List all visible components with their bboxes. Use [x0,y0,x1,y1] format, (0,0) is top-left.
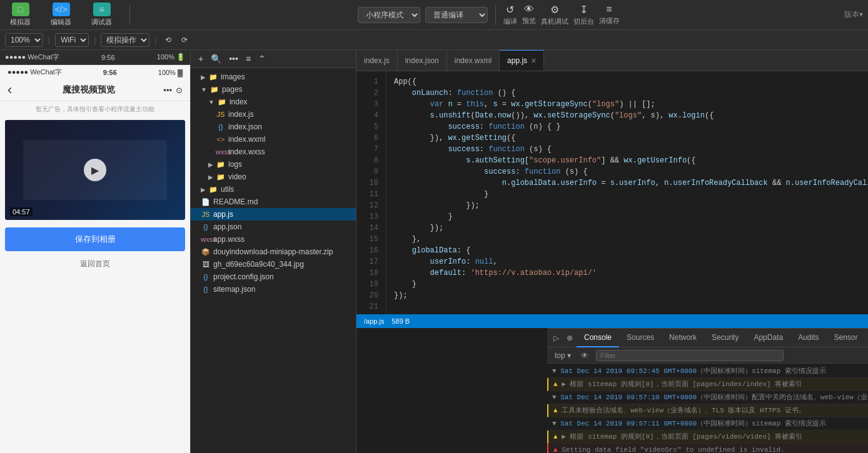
operation-select[interactable]: 模拟操作 [101,33,149,47]
code-editor[interactable]: App({ onLaunch: function () { var n = th… [386,71,868,314]
sensor-tab[interactable]: Sensor [827,329,865,347]
file-name: app.wxss [213,235,245,244]
file-item-images[interactable]: ▶ 📁 images [191,71,356,83]
file-item-utils[interactable]: ▶ 📁 utils [191,183,356,196]
tab-index-js[interactable]: index.js [356,50,398,71]
rotate-left-button[interactable]: ⟲ [161,33,175,47]
file-item-index-js[interactable]: JS index.js [191,108,356,121]
real-debug-button[interactable]: ⚙ 真机调试 [541,4,568,26]
nav-more-icon[interactable]: ••• [163,86,172,95]
storage-tab[interactable]: Storage [865,329,868,347]
simulator-button[interactable]: □ 模拟器 [5,0,36,29]
save-to-album-button[interactable]: 保存到相册 [5,227,185,251]
tab-index-wxml[interactable]: index.wxml [447,50,500,71]
clear-cache-icon: ≡ [606,4,612,15]
editor-tabs: index.js index.json index.wxml app.js × [356,50,868,71]
search-button[interactable]: 🔍 [208,52,224,65]
file-item-pages[interactable]: ▼ 📁 pages [191,83,356,96]
console-entry: ▼ Sat Dec 14 2019 09:57:10 GMT+0800（中国标准… [547,391,868,404]
clear-cache-button[interactable]: ≡ 清缓存 [599,4,620,26]
more-options-button[interactable]: ••• [226,52,241,65]
sep2: | [94,36,96,44]
appdata-tab[interactable]: AppData [746,329,790,347]
background-button[interactable]: ↧ 切后台 [573,4,594,26]
folder-icon: 📁 [208,73,218,81]
audits-tab[interactable]: Audits [790,329,826,347]
file-item-sitemap-json[interactable]: {} sitemap.json [191,283,356,296]
console-tab[interactable]: Console [577,329,619,347]
top-toolbar: □ 模拟器 </> 编辑器 ≡ 调试器 小程序模式 插件模式 普通编译 ↺ 编译… [0,0,868,30]
folder-arrow: ▼ [208,99,214,106]
bottom-clear-button[interactable]: ⊗ [563,329,577,347]
top-select-btn[interactable]: top ▾ [552,350,573,361]
file-item-index-folder[interactable]: ▼ 📁 index [191,96,356,108]
new-file-button[interactable]: + [196,52,206,65]
network-select[interactable]: WiFi 3G 4G [55,33,89,47]
phone-status-signal: ●●●●● WeChat字 [5,52,59,62]
file-item-app-wxss[interactable]: wxss app.wxss [191,233,356,246]
eye-button[interactable]: 👁 [578,350,591,361]
file-name: index.wxss [228,147,265,156]
editor-button[interactable]: </> 编辑器 [46,0,76,29]
back-button[interactable]: ‹ [8,82,12,98]
folder-icon: 📁 [209,86,220,94]
file-size: 589 B [391,317,410,325]
tab-app-js[interactable]: app.js × [500,50,544,71]
file-item-project-json[interactable]: {} project.config.json [191,271,356,283]
security-tab[interactable]: Security [704,329,746,347]
file-name: gh_d69ec60a9c40_344.jpg [213,260,304,269]
zoom-select[interactable]: 100% 50% 75% 125% [5,33,43,47]
file-item-jpg[interactable]: 🖼 gh_d69ec60a9c40_344.jpg [191,258,356,271]
real-debug-icon: ⚙ [550,4,559,16]
editor-area: 12345 678910 1112131415 1617181920 21 Ap… [356,71,868,314]
preview-button[interactable]: 👁 预览 [522,4,536,26]
phone-nav: ‹ 魔搜视频预览 ••• ⊙ [0,79,190,101]
real-debug-label: 真机调试 [541,17,568,26]
file-item-logs[interactable]: ▶ 📁 logs [191,158,356,171]
folder-icon: 📁 [216,161,226,169]
wxss-icon: wxss [216,148,226,156]
tab-label: index.wxml [455,56,492,65]
sources-tab[interactable]: Sources [619,329,662,347]
folder-arrow: ▶ [201,186,206,193]
file-item-app-json[interactable]: {} app.json [191,221,356,233]
phone-screen: ●●●●● WeChat字 9:56 100% ▓ ‹ 魔搜视频预览 ••• ⊙… [0,65,190,453]
file-item-index-wxml[interactable]: <> index.wxml [191,133,356,146]
file-name: pages [222,85,243,94]
file-item-readme[interactable]: 📄 README.md [191,196,356,208]
tab-label: app.js [507,56,527,65]
rotate-right-button[interactable]: ⟳ [178,33,191,47]
background-label: 切后台 [573,17,594,26]
mode-select[interactable]: 小程序模式 插件模式 [358,7,420,23]
tab-label: index.json [405,56,439,65]
collapse-button[interactable]: ⌃ [256,52,268,65]
file-name: index.js [228,110,254,119]
console-entry: ▼ Sat Dec 14 2019 09:57:11 GMT+0800（中国标准… [547,417,868,431]
simulator-label: 模拟器 [10,17,31,27]
network-tab[interactable]: Network [662,329,704,347]
file-item-index-json[interactable]: {} index.json [191,121,356,133]
tab-index-json[interactable]: index.json [398,50,447,71]
bottom-tool-left[interactable]: ▷ [550,329,563,347]
file-item-zip[interactable]: 📦 douyindownload-miniapp-master.zip [191,246,356,258]
file-item-app-js[interactable]: JS app.js [191,208,356,221]
format-button[interactable]: ≡ [243,52,253,65]
tab-close-button[interactable]: × [531,56,536,65]
compile-select[interactable]: 普通编译 [425,7,488,23]
file-item-video[interactable]: ▶ 📁 video [191,171,356,183]
console-filter-input[interactable] [596,350,784,361]
background-icon: ↧ [580,4,588,16]
json-icon: {} [201,223,211,231]
video-play-button[interactable]: ▶ [84,159,106,181]
toolbar-sep-2 [495,5,496,25]
compile-button[interactable]: ↺ 编译 [503,4,517,26]
editor-section: index.js index.json index.wxml app.js × … [356,50,868,453]
debugger-button[interactable]: ≡ 调试器 [86,0,117,29]
preview-label: 预览 [522,16,536,26]
version-label[interactable]: 版本▾ [844,9,863,20]
wxss-icon: wxss [201,236,211,243]
nav-title: 魔搜视频预览 [17,84,161,96]
file-item-index-wxss[interactable]: wxss index.wxss [191,146,356,158]
back-to-home-link[interactable]: 返回首页 [0,256,190,272]
nav-dot-icon[interactable]: ⊙ [176,86,183,95]
